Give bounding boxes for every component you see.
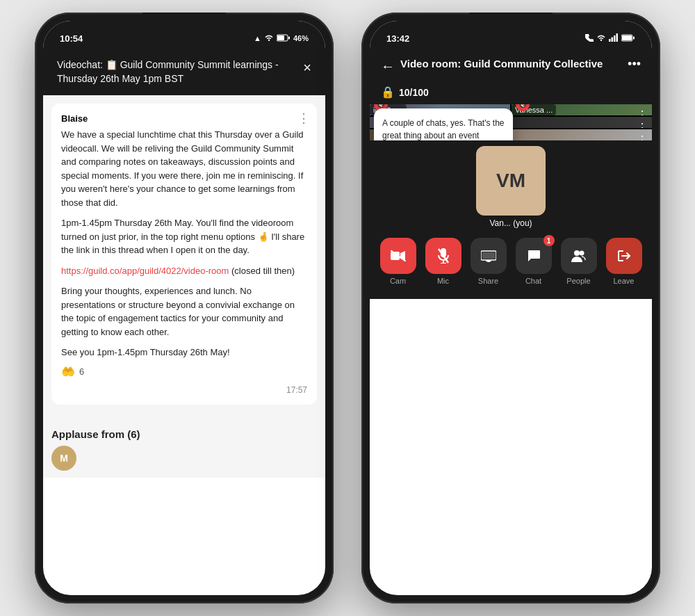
phone1-content[interactable]: ⋮ Blaise We have a special lunchtime cha… <box>43 95 325 421</box>
applause-section: Applause from (6) M <box>43 421 325 478</box>
video-cell-2-more[interactable]: ⋮ <box>637 108 648 115</box>
message-text-4: See you 1pm-1.45pm Thursday 26th May! <box>61 346 307 359</box>
wifi-icon <box>264 34 274 42</box>
people-button[interactable]: People <box>561 238 597 285</box>
message-timestamp: 17:57 <box>61 385 307 395</box>
leave-button[interactable]: Leave <box>606 238 642 285</box>
chat-icon: 1 <box>516 238 552 274</box>
avatar-1: M <box>51 446 76 471</box>
message-card: ⋮ Blaise We have a special lunchtime cha… <box>51 104 317 405</box>
svg-rect-18 <box>486 260 491 261</box>
notch-1 <box>142 13 226 33</box>
video-cell-2: ⋮ 🔇 Vanessa ... <box>512 104 652 115</box>
share-button[interactable]: Share <box>471 238 507 285</box>
message-text-3: Bring your thoughts, experiences and lun… <box>61 284 307 339</box>
chat-popup-text: A couple of chats, yes. That's the great… <box>382 117 505 140</box>
phone2-header: ← Video room: Guild Community Collective… <box>370 51 652 81</box>
phone2-status-icons <box>585 33 635 43</box>
phone2-screen: 13:42 <box>370 21 652 595</box>
video-grid: A couple of chats, yes. That's the great… <box>370 104 652 140</box>
reaction-row: 🤲 6 <box>61 365 307 378</box>
phone-1: 10:54 ▲ 46% <box>35 13 334 603</box>
notch-2 <box>469 13 553 33</box>
phone1-time: 10:54 <box>60 33 83 44</box>
svg-rect-3 <box>609 39 611 42</box>
message-text-1: We have a special lunchtime chat this Th… <box>61 128 307 209</box>
svg-point-22 <box>579 251 584 256</box>
reaction-count: 6 <box>79 366 84 377</box>
phone2-title: Video room: Guild Community Collective <box>400 57 603 71</box>
phone1-header: Videochat: 📋 Guild Community Summit lear… <box>43 51 325 95</box>
phones-container: 10:54 ▲ 46% <box>0 0 695 616</box>
phone2-signal <box>609 33 619 43</box>
phone2-header-left: ← Video room: Guild Community Collective <box>381 57 603 74</box>
count-text: 10/100 <box>399 87 429 98</box>
self-initials: VM <box>496 170 525 192</box>
video-cell-6: ⋮ <box>512 129 652 140</box>
phone2-time: 13:42 <box>386 33 409 44</box>
self-video-container: VM Van... (you) <box>370 140 652 231</box>
signal-icon: ▲ <box>254 34 261 42</box>
back-button[interactable]: ← <box>381 58 395 74</box>
phone1-title: Videochat: 📋 Guild Community Summit lear… <box>57 58 303 86</box>
cam-button[interactable]: Cam <box>380 238 416 285</box>
applause-title: Applause from (6) <box>51 428 317 440</box>
lock-icon: 🔒 <box>381 86 395 99</box>
phone1-screen: 10:54 ▲ 46% <box>43 21 325 595</box>
battery-percent: 46% <box>293 34 309 42</box>
mic-label: Mic <box>437 277 449 285</box>
phone2-battery <box>621 34 635 43</box>
chat-button[interactable]: 1 Chat <box>516 238 552 285</box>
leave-label: Leave <box>614 277 635 285</box>
leave-icon <box>606 238 642 274</box>
svg-rect-19 <box>487 261 490 262</box>
battery-icon <box>277 34 291 43</box>
phone-2: 13:42 <box>361 13 660 603</box>
svg-rect-20 <box>482 252 495 259</box>
video-cell-4-more[interactable]: ⋮ <box>637 121 648 128</box>
people-icon <box>561 238 597 274</box>
mic-button[interactable]: Mic <box>425 238 461 285</box>
close-button[interactable]: × <box>303 60 311 76</box>
svg-rect-9 <box>633 36 635 39</box>
phone1-status-icons: ▲ 46% <box>254 34 309 43</box>
svg-rect-2 <box>288 36 290 39</box>
chat-popup: A couple of chats, yes. That's the great… <box>374 108 513 140</box>
phone2-wifi <box>596 34 606 42</box>
message-text-2: 1pm-1.45pm Thursday 26th May. You'll fin… <box>61 216 307 257</box>
phone2-phone-icon <box>585 33 594 43</box>
self-video-tile: VM <box>476 146 546 216</box>
chat-label: Chat <box>525 277 541 285</box>
message-author: Blaise <box>61 113 307 124</box>
people-label: People <box>566 277 590 285</box>
cam-icon <box>380 238 416 274</box>
share-label: Share <box>478 277 498 285</box>
video-cell-4: ⋮ <box>512 117 652 128</box>
participants-bar: 🔒 10/100 <box>370 81 652 104</box>
svg-rect-8 <box>622 35 632 40</box>
video-cell-6-more[interactable]: ⋮ <box>637 133 648 140</box>
reaction-emoji[interactable]: 🤲 <box>61 365 75 378</box>
svg-point-21 <box>574 250 580 256</box>
message-link-suffix: (closed till then) <box>229 266 295 276</box>
message-link[interactable]: https://guild.co/app/guild/4022/video-ro… <box>61 266 229 276</box>
chat-badge: 1 <box>543 235 555 246</box>
svg-rect-5 <box>614 35 616 42</box>
svg-rect-6 <box>616 33 619 42</box>
bottom-controls: Cam Mic <box>370 231 652 299</box>
more-options-button[interactable]: ••• <box>628 57 641 72</box>
share-icon <box>471 238 507 274</box>
mic-icon <box>425 238 461 274</box>
message-link-container: https://guild.co/app/guild/4022/video-ro… <box>61 264 307 278</box>
participants-count: 🔒 10/100 <box>381 86 429 99</box>
home-indicator-2 <box>466 302 556 305</box>
message-more-icon[interactable]: ⋮ <box>297 111 310 126</box>
self-name: Van... (you) <box>489 218 532 228</box>
svg-rect-1 <box>277 35 284 40</box>
cam-label: Cam <box>390 277 406 285</box>
avatar-row: M <box>51 446 317 471</box>
svg-rect-4 <box>612 38 614 42</box>
